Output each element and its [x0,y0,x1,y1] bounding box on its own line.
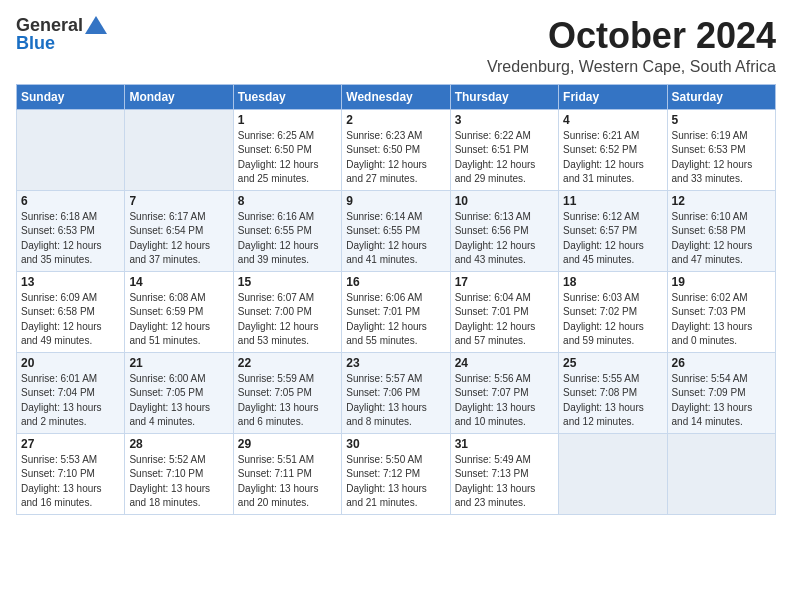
day-info: Sunrise: 6:09 AMSunset: 6:58 PMDaylight:… [21,291,120,349]
calendar-day-cell: 13Sunrise: 6:09 AMSunset: 6:58 PMDayligh… [17,271,125,352]
logo-general-text: General [16,16,83,34]
logo: General Blue [16,16,107,52]
svg-marker-0 [85,16,107,34]
logo-icon [85,16,107,34]
calendar-day-cell [17,109,125,190]
calendar-day-header: Friday [559,84,667,109]
day-info: Sunrise: 6:17 AMSunset: 6:54 PMDaylight:… [129,210,228,268]
day-number: 30 [346,437,445,451]
day-info: Sunrise: 6:12 AMSunset: 6:57 PMDaylight:… [563,210,662,268]
day-number: 8 [238,194,337,208]
day-number: 21 [129,356,228,370]
calendar-day-cell: 24Sunrise: 5:56 AMSunset: 7:07 PMDayligh… [450,352,558,433]
day-number: 17 [455,275,554,289]
calendar-week-row: 20Sunrise: 6:01 AMSunset: 7:04 PMDayligh… [17,352,776,433]
day-number: 7 [129,194,228,208]
day-info: Sunrise: 6:07 AMSunset: 7:00 PMDaylight:… [238,291,337,349]
day-number: 2 [346,113,445,127]
day-number: 16 [346,275,445,289]
calendar-day-cell: 10Sunrise: 6:13 AMSunset: 6:56 PMDayligh… [450,190,558,271]
calendar-week-row: 1Sunrise: 6:25 AMSunset: 6:50 PMDaylight… [17,109,776,190]
day-info: Sunrise: 5:56 AMSunset: 7:07 PMDaylight:… [455,372,554,430]
day-number: 12 [672,194,771,208]
day-info: Sunrise: 6:02 AMSunset: 7:03 PMDaylight:… [672,291,771,349]
day-info: Sunrise: 6:18 AMSunset: 6:53 PMDaylight:… [21,210,120,268]
day-info: Sunrise: 5:50 AMSunset: 7:12 PMDaylight:… [346,453,445,511]
calendar-day-cell: 9Sunrise: 6:14 AMSunset: 6:55 PMDaylight… [342,190,450,271]
day-number: 6 [21,194,120,208]
day-info: Sunrise: 6:19 AMSunset: 6:53 PMDaylight:… [672,129,771,187]
calendar-day-cell: 28Sunrise: 5:52 AMSunset: 7:10 PMDayligh… [125,433,233,514]
calendar-day-header: Wednesday [342,84,450,109]
day-number: 5 [672,113,771,127]
calendar-day-cell: 23Sunrise: 5:57 AMSunset: 7:06 PMDayligh… [342,352,450,433]
day-number: 31 [455,437,554,451]
calendar-day-cell: 6Sunrise: 6:18 AMSunset: 6:53 PMDaylight… [17,190,125,271]
title-block: October 2024 Vredenburg, Western Cape, S… [487,16,776,76]
calendar-day-cell [125,109,233,190]
day-number: 29 [238,437,337,451]
day-info: Sunrise: 6:08 AMSunset: 6:59 PMDaylight:… [129,291,228,349]
day-number: 24 [455,356,554,370]
calendar-day-cell: 27Sunrise: 5:53 AMSunset: 7:10 PMDayligh… [17,433,125,514]
day-info: Sunrise: 5:52 AMSunset: 7:10 PMDaylight:… [129,453,228,511]
calendar-week-row: 27Sunrise: 5:53 AMSunset: 7:10 PMDayligh… [17,433,776,514]
calendar-day-cell: 16Sunrise: 6:06 AMSunset: 7:01 PMDayligh… [342,271,450,352]
day-number: 15 [238,275,337,289]
day-info: Sunrise: 5:53 AMSunset: 7:10 PMDaylight:… [21,453,120,511]
day-number: 25 [563,356,662,370]
day-number: 18 [563,275,662,289]
calendar-day-cell: 1Sunrise: 6:25 AMSunset: 6:50 PMDaylight… [233,109,341,190]
calendar-day-header: Sunday [17,84,125,109]
day-info: Sunrise: 6:03 AMSunset: 7:02 PMDaylight:… [563,291,662,349]
calendar-week-row: 6Sunrise: 6:18 AMSunset: 6:53 PMDaylight… [17,190,776,271]
day-number: 20 [21,356,120,370]
calendar-day-header: Thursday [450,84,558,109]
day-info: Sunrise: 6:14 AMSunset: 6:55 PMDaylight:… [346,210,445,268]
calendar-day-cell: 29Sunrise: 5:51 AMSunset: 7:11 PMDayligh… [233,433,341,514]
calendar-day-cell: 3Sunrise: 6:22 AMSunset: 6:51 PMDaylight… [450,109,558,190]
day-info: Sunrise: 5:49 AMSunset: 7:13 PMDaylight:… [455,453,554,511]
calendar-week-row: 13Sunrise: 6:09 AMSunset: 6:58 PMDayligh… [17,271,776,352]
day-number: 19 [672,275,771,289]
calendar-day-cell: 21Sunrise: 6:00 AMSunset: 7:05 PMDayligh… [125,352,233,433]
calendar-day-cell: 30Sunrise: 5:50 AMSunset: 7:12 PMDayligh… [342,433,450,514]
calendar-day-header: Tuesday [233,84,341,109]
day-number: 9 [346,194,445,208]
calendar-day-cell [667,433,775,514]
page-header: General Blue October 2024 Vredenburg, We… [16,16,776,76]
calendar-day-cell: 8Sunrise: 6:16 AMSunset: 6:55 PMDaylight… [233,190,341,271]
calendar-day-cell: 7Sunrise: 6:17 AMSunset: 6:54 PMDaylight… [125,190,233,271]
calendar-body: 1Sunrise: 6:25 AMSunset: 6:50 PMDaylight… [17,109,776,514]
day-info: Sunrise: 6:04 AMSunset: 7:01 PMDaylight:… [455,291,554,349]
day-number: 28 [129,437,228,451]
month-title: October 2024 [487,16,776,56]
day-number: 14 [129,275,228,289]
day-info: Sunrise: 6:00 AMSunset: 7:05 PMDaylight:… [129,372,228,430]
day-info: Sunrise: 6:23 AMSunset: 6:50 PMDaylight:… [346,129,445,187]
calendar-day-cell: 15Sunrise: 6:07 AMSunset: 7:00 PMDayligh… [233,271,341,352]
calendar-header-row: SundayMondayTuesdayWednesdayThursdayFrid… [17,84,776,109]
calendar-day-cell: 11Sunrise: 6:12 AMSunset: 6:57 PMDayligh… [559,190,667,271]
calendar-day-cell [559,433,667,514]
day-number: 22 [238,356,337,370]
day-info: Sunrise: 6:10 AMSunset: 6:58 PMDaylight:… [672,210,771,268]
calendar-day-cell: 26Sunrise: 5:54 AMSunset: 7:09 PMDayligh… [667,352,775,433]
calendar-day-cell: 4Sunrise: 6:21 AMSunset: 6:52 PMDaylight… [559,109,667,190]
day-info: Sunrise: 6:13 AMSunset: 6:56 PMDaylight:… [455,210,554,268]
calendar-day-cell: 17Sunrise: 6:04 AMSunset: 7:01 PMDayligh… [450,271,558,352]
day-info: Sunrise: 6:21 AMSunset: 6:52 PMDaylight:… [563,129,662,187]
calendar-table: SundayMondayTuesdayWednesdayThursdayFrid… [16,84,776,515]
day-number: 11 [563,194,662,208]
calendar-day-cell: 5Sunrise: 6:19 AMSunset: 6:53 PMDaylight… [667,109,775,190]
day-info: Sunrise: 5:59 AMSunset: 7:05 PMDaylight:… [238,372,337,430]
day-number: 4 [563,113,662,127]
day-info: Sunrise: 6:16 AMSunset: 6:55 PMDaylight:… [238,210,337,268]
day-info: Sunrise: 6:01 AMSunset: 7:04 PMDaylight:… [21,372,120,430]
calendar-day-cell: 31Sunrise: 5:49 AMSunset: 7:13 PMDayligh… [450,433,558,514]
calendar-day-header: Monday [125,84,233,109]
calendar-day-cell: 12Sunrise: 6:10 AMSunset: 6:58 PMDayligh… [667,190,775,271]
day-number: 26 [672,356,771,370]
day-number: 27 [21,437,120,451]
day-info: Sunrise: 5:51 AMSunset: 7:11 PMDaylight:… [238,453,337,511]
